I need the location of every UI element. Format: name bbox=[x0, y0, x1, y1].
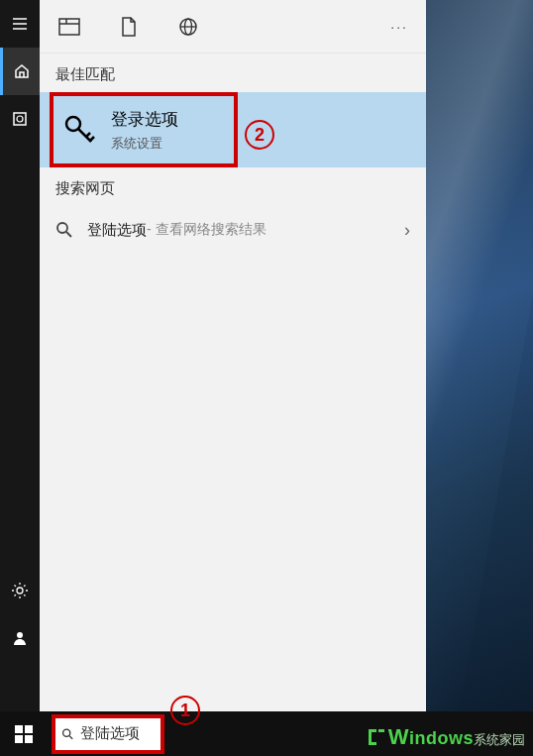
document-icon bbox=[121, 17, 137, 37]
key-icon bbox=[61, 112, 97, 148]
home-icon bbox=[13, 62, 31, 80]
best-match-title: 登录选项 bbox=[111, 108, 178, 131]
search-icon bbox=[61, 726, 74, 742]
svg-rect-19 bbox=[25, 735, 33, 743]
sidebar-settings-button[interactable] bbox=[0, 567, 40, 614]
globe-icon bbox=[178, 17, 198, 37]
svg-line-21 bbox=[69, 735, 72, 738]
svg-point-20 bbox=[63, 729, 70, 736]
filter-more-button[interactable]: ··· bbox=[390, 19, 416, 35]
sidebar-timeline-button[interactable] bbox=[0, 95, 40, 143]
web-search-hint: - 查看网络搜索结果 bbox=[147, 221, 266, 239]
best-match-subtitle: 系统设置 bbox=[111, 135, 178, 153]
search-icon bbox=[55, 221, 73, 239]
search-results-panel: ··· 最佳匹配 登录选项 系统设置 搜索网页 登陆选项 - 查看网络搜索结果 … bbox=[40, 0, 426, 711]
person-icon bbox=[11, 629, 29, 647]
svg-line-13 bbox=[90, 137, 94, 141]
svg-rect-4 bbox=[59, 19, 79, 35]
web-search-label: 搜索网页 bbox=[40, 167, 426, 206]
filter-documents[interactable] bbox=[109, 7, 149, 47]
svg-point-10 bbox=[66, 117, 80, 131]
svg-rect-17 bbox=[25, 725, 33, 733]
best-match-label: 最佳匹配 bbox=[40, 54, 426, 92]
web-search-query: 登陆选项 bbox=[87, 221, 147, 240]
filter-web[interactable] bbox=[168, 7, 208, 47]
windows-logo-icon bbox=[15, 725, 33, 743]
svg-line-15 bbox=[66, 232, 71, 237]
watermark-text: 系统家园 bbox=[474, 732, 525, 747]
best-match-result[interactable]: 登录选项 系统设置 bbox=[40, 92, 426, 167]
annotation-circle-1: 1 bbox=[170, 696, 200, 725]
gear-icon bbox=[11, 582, 29, 599]
sidebar-menu-button[interactable] bbox=[0, 0, 40, 48]
chevron-right-icon: › bbox=[404, 220, 410, 241]
svg-line-12 bbox=[86, 133, 90, 137]
svg-point-3 bbox=[17, 632, 23, 638]
hamburger-icon bbox=[11, 15, 29, 33]
search-input[interactable] bbox=[80, 725, 155, 742]
watermark-brand: indows bbox=[409, 728, 474, 748]
svg-rect-0 bbox=[14, 113, 26, 125]
watermark-brand-w: W bbox=[388, 724, 409, 749]
svg-rect-16 bbox=[15, 725, 23, 733]
taskbar-search-box[interactable] bbox=[52, 714, 164, 754]
filter-row: ··· bbox=[40, 0, 426, 54]
sidebar-home-button[interactable] bbox=[0, 48, 40, 95]
watermark-logo-icon bbox=[367, 727, 386, 747]
filter-apps[interactable] bbox=[50, 7, 89, 47]
svg-point-2 bbox=[17, 588, 23, 594]
sidebar-account-button[interactable] bbox=[0, 614, 40, 662]
svg-point-1 bbox=[17, 116, 23, 122]
svg-point-14 bbox=[57, 223, 67, 233]
clock-square-icon bbox=[11, 110, 29, 128]
annotation-circle-2: 2 bbox=[245, 120, 274, 150]
app-window-icon bbox=[58, 18, 80, 36]
watermark: Windows系统家园 bbox=[367, 724, 525, 750]
svg-rect-18 bbox=[15, 735, 23, 743]
search-sidebar bbox=[0, 0, 40, 711]
web-search-row[interactable]: 登陆选项 - 查看网络搜索结果 › bbox=[40, 206, 426, 254]
start-button[interactable] bbox=[0, 711, 48, 756]
